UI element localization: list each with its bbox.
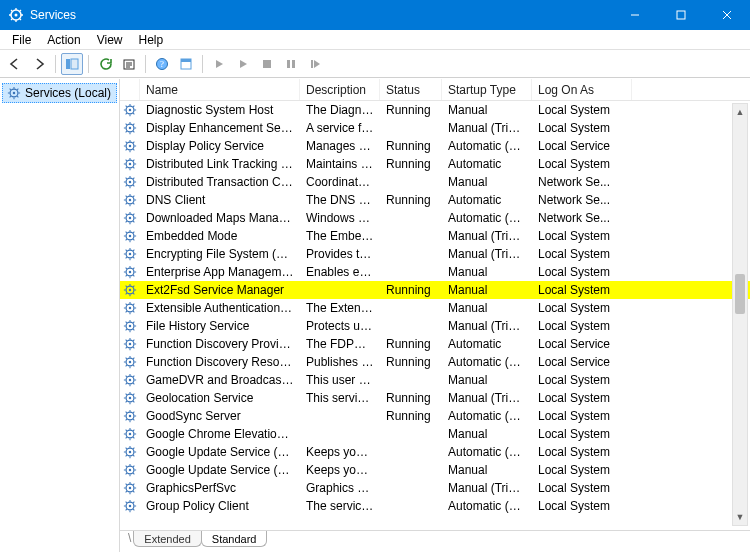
service-logon: Local System — [532, 157, 632, 171]
table-row[interactable]: Encrypting File System (EFS)Provides the… — [120, 245, 750, 263]
table-row[interactable]: Group Policy ClientThe service i...Autom… — [120, 497, 750, 515]
service-gear-icon — [122, 480, 138, 496]
list-header: Name Description Status Startup Type Log… — [120, 79, 750, 101]
service-status: Running — [380, 337, 442, 351]
tab-extended[interactable]: Extended — [133, 531, 201, 547]
service-logon: Local System — [532, 229, 632, 243]
pause-service-button[interactable] — [280, 53, 302, 75]
service-description: The DNS Cli... — [300, 193, 380, 207]
scroll-up-arrow-icon[interactable]: ▲ — [733, 104, 747, 120]
table-row[interactable]: Embedded ModeThe Embedd...Manual (Trigg.… — [120, 227, 750, 245]
column-header-logon[interactable]: Log On As — [532, 79, 632, 100]
vertical-scrollbar[interactable]: ▲ ▼ — [732, 103, 748, 526]
service-gear-icon — [122, 192, 138, 208]
svg-point-1 — [15, 14, 18, 17]
service-description: Manages th... — [300, 139, 380, 153]
service-gear-icon — [122, 390, 138, 406]
service-logon: Network Se... — [532, 211, 632, 225]
services-app-icon — [8, 7, 24, 23]
service-gear-icon — [122, 354, 138, 370]
service-description: Keeps your ... — [300, 445, 380, 459]
column-header-name[interactable]: Name — [140, 79, 300, 100]
show-hide-tree-button[interactable] — [61, 53, 83, 75]
service-gear-icon — [122, 264, 138, 280]
svg-rect-15 — [292, 60, 295, 68]
service-logon: Network Se... — [532, 193, 632, 207]
maximize-button[interactable] — [658, 0, 704, 30]
table-row[interactable]: Function Discovery Provider ...The FDPHO… — [120, 335, 750, 353]
table-row[interactable]: GoodSync ServerRunningAutomatic (De...Lo… — [120, 407, 750, 425]
service-logon: Local System — [532, 409, 632, 423]
table-row[interactable]: Display Policy ServiceManages th...Runni… — [120, 137, 750, 155]
column-header-status[interactable]: Status — [380, 79, 442, 100]
service-status: Running — [380, 139, 442, 153]
service-name: Enterprise App Manageme... — [140, 265, 300, 279]
table-row[interactable]: Google Update Service (gup...Keeps your … — [120, 443, 750, 461]
svg-point-42 — [129, 307, 131, 309]
nav-back-button[interactable] — [4, 53, 26, 75]
svg-point-56 — [129, 433, 131, 435]
table-row[interactable]: Diagnostic System HostThe Diagnos...Runn… — [120, 101, 750, 119]
table-row[interactable]: Distributed Link Tracking Cli...Maintain… — [120, 155, 750, 173]
table-row[interactable]: GraphicsPerfSvcGraphics per...Manual (Tr… — [120, 479, 750, 497]
svg-point-36 — [129, 253, 131, 255]
column-header-description[interactable]: Description — [300, 79, 380, 100]
scroll-thumb[interactable] — [735, 274, 745, 314]
service-startup: Manual (Trigg... — [442, 391, 532, 405]
properties-button[interactable] — [175, 53, 197, 75]
svg-point-40 — [129, 289, 131, 291]
service-startup: Manual (Trigg... — [442, 121, 532, 135]
start-service-alt-button[interactable] — [232, 53, 254, 75]
table-row[interactable]: DNS ClientThe DNS Cli...RunningAutomatic… — [120, 191, 750, 209]
help-button[interactable]: ? — [151, 53, 173, 75]
table-row[interactable]: Google Chrome Elevation Se...ManualLocal… — [120, 425, 750, 443]
service-gear-icon — [122, 156, 138, 172]
menu-help[interactable]: Help — [131, 31, 172, 49]
service-name: GraphicsPerfSvc — [140, 481, 300, 495]
table-row[interactable]: Downloaded Maps ManagerWindows ser...Aut… — [120, 209, 750, 227]
minimize-button[interactable] — [612, 0, 658, 30]
restart-service-button[interactable] — [304, 53, 326, 75]
menu-action[interactable]: Action — [39, 31, 88, 49]
table-row[interactable]: Distributed Transaction Coor...Coordinat… — [120, 173, 750, 191]
stop-service-button[interactable] — [256, 53, 278, 75]
title-bar: Services — [0, 0, 750, 30]
service-description: Keeps your ... — [300, 463, 380, 477]
tree-root-label: Services (Local) — [25, 86, 111, 100]
service-description: Publishes thi... — [300, 355, 380, 369]
refresh-button[interactable] — [94, 53, 116, 75]
svg-point-28 — [129, 181, 131, 183]
service-startup: Automatic (De... — [442, 211, 532, 225]
table-row[interactable]: File History ServiceProtects user...Manu… — [120, 317, 750, 335]
scroll-down-arrow-icon[interactable]: ▼ — [733, 509, 747, 525]
service-logon: Local System — [532, 463, 632, 477]
close-button[interactable] — [704, 0, 750, 30]
service-description: Graphics per... — [300, 481, 380, 495]
svg-rect-13 — [263, 60, 271, 68]
tree-root-services-local[interactable]: Services (Local) — [2, 83, 117, 103]
service-startup: Manual (Trigg... — [442, 247, 532, 261]
table-row[interactable]: Display Enhancement ServiceA service for… — [120, 119, 750, 137]
service-logon: Local Service — [532, 337, 632, 351]
tab-standard[interactable]: Standard — [201, 531, 268, 547]
menu-file[interactable]: File — [4, 31, 39, 49]
table-row[interactable]: Geolocation ServiceThis service ...Runni… — [120, 389, 750, 407]
service-gear-icon — [122, 138, 138, 154]
service-name: Downloaded Maps Manager — [140, 211, 300, 225]
service-status: Running — [380, 157, 442, 171]
start-service-button[interactable] — [208, 53, 230, 75]
table-row[interactable]: Extensible Authentication Pr...The Exten… — [120, 299, 750, 317]
table-row[interactable]: Enterprise App Manageme...Enables ente..… — [120, 263, 750, 281]
nav-forward-button[interactable] — [28, 53, 50, 75]
menu-view[interactable]: View — [89, 31, 131, 49]
service-description: The Embedd... — [300, 229, 380, 243]
table-row[interactable]: Function Discovery Resourc...Publishes t… — [120, 353, 750, 371]
table-row[interactable]: GameDVR and Broadcast Us...This user ser… — [120, 371, 750, 389]
table-row[interactable]: Google Update Service (gup...Keeps your … — [120, 461, 750, 479]
export-list-button[interactable] — [118, 53, 140, 75]
service-logon: Local Service — [532, 139, 632, 153]
service-gear-icon — [122, 426, 138, 442]
svg-point-30 — [129, 199, 131, 201]
column-header-startup[interactable]: Startup Type — [442, 79, 532, 100]
table-row[interactable]: Ext2Fsd Service ManagerRunningManualLoca… — [120, 281, 750, 299]
